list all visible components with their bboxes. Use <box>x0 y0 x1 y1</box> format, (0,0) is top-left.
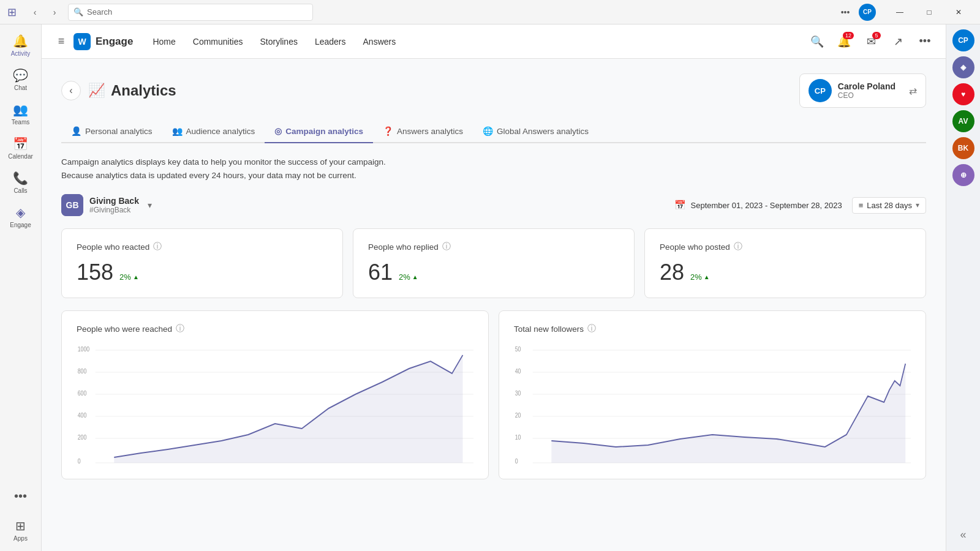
svg-text:GB: GB <box>66 200 79 210</box>
svg-text:800: 800 <box>78 368 87 375</box>
engage-logo-icon: W <box>74 33 91 50</box>
reached-chart-svg: 1000 800 600 400 200 0 <box>77 344 473 467</box>
stat-change-value-posted: 2% <box>690 272 702 282</box>
chart-followers: 50 40 30 20 10 0 <box>514 344 911 467</box>
messages-button[interactable]: ✉ 5 <box>860 31 882 53</box>
stat-arrow-posted: ▲ <box>704 274 710 280</box>
user-selector[interactable]: CP Carole Poland CEO ⇄ <box>799 73 926 108</box>
analytics-description: Campaign analytics displays key data to … <box>61 156 926 182</box>
analytics-tabs: 👤 Personal analytics 👥 Audience analytic… <box>61 120 926 143</box>
collapse-panel-button[interactable]: « <box>955 523 971 546</box>
svg-text:200: 200 <box>78 434 87 441</box>
svg-text:50: 50 <box>515 346 521 353</box>
stat-change-replied: 2% ▲ <box>399 272 418 282</box>
more-options-button[interactable]: ••• <box>914 31 936 53</box>
user-name: Carole Poland <box>838 81 895 91</box>
page-title: Analytics <box>111 82 176 99</box>
search-icon: 🔍 <box>74 7 83 17</box>
sidebar-item-calls-label: Calls <box>13 187 27 194</box>
stat-number-reacted: 158 <box>77 260 113 285</box>
period-label: Last 28 days <box>867 201 912 210</box>
sidebar-item-engage[interactable]: ◈ Engage <box>5 201 37 233</box>
campaign-dropdown-icon: ▾ <box>148 200 152 210</box>
nav-item-storylines[interactable]: Storylines <box>252 33 304 50</box>
app-logo: W Engage <box>74 33 133 50</box>
tab-campaign[interactable]: ◎ Campaign analytics <box>265 120 373 143</box>
analytics-title: 📈 Analytics <box>88 82 176 99</box>
info-icon-replied[interactable]: ⓘ <box>442 241 451 252</box>
period-dropdown-icon: ▾ <box>916 201 919 209</box>
close-button[interactable]: ✕ <box>944 0 973 24</box>
titlebar-more-button[interactable]: ••• <box>837 4 854 21</box>
campaign-selector[interactable]: GB Giving Back #GivingBack ▾ <box>61 194 152 216</box>
stat-title-reacted: People who reacted <box>77 242 149 252</box>
more-icon: ••• <box>14 489 27 503</box>
filter-icon: ≡ <box>859 201 864 210</box>
tab-audience[interactable]: 👥 Audience analytics <box>162 120 265 143</box>
tab-personal[interactable]: 👤 Personal analytics <box>61 120 162 143</box>
right-sidebar-avatar-5[interactable]: BK <box>952 137 974 159</box>
sidebar-item-teams[interactable]: 👥 Teams <box>5 98 37 130</box>
info-icon-reacted[interactable]: ⓘ <box>153 241 162 252</box>
period-selector[interactable]: ≡ Last 28 days ▾ <box>852 197 926 214</box>
sidebar-item-chat[interactable]: 💬 Chat <box>5 64 37 96</box>
nav-item-leaders[interactable]: Leaders <box>307 33 353 50</box>
minimize-button[interactable]: — <box>886 0 914 24</box>
nav-item-answers[interactable]: Answers <box>356 33 404 50</box>
swap-icon: ⇄ <box>909 85 917 97</box>
user-initials: CP <box>815 86 826 96</box>
right-sidebar-avatar-6[interactable]: ⊕ <box>952 164 974 186</box>
svg-text:400: 400 <box>78 412 87 419</box>
sidebar-item-calendar[interactable]: 📅 Calendar <box>5 132 37 164</box>
info-icon-reached[interactable]: ⓘ <box>176 323 184 334</box>
nav-forward-button[interactable]: › <box>46 4 63 21</box>
sidebar-item-calls[interactable]: 📞 Calls <box>5 167 37 198</box>
tab-answers[interactable]: ❓ Answers analytics <box>373 120 473 143</box>
right-sidebar-avatar-3[interactable]: ♥ <box>952 83 974 105</box>
title-search-bar[interactable]: 🔍 Search <box>68 4 313 21</box>
description-line1: Campaign analytics displays key data to … <box>61 156 926 169</box>
window-controls: — □ ✕ <box>886 0 973 24</box>
campaign-info: Giving Back #GivingBack <box>89 196 139 214</box>
right-sidebar-avatar-4[interactable]: AV <box>952 110 974 132</box>
sidebar-item-activity[interactable]: 🔔 Activity <box>5 29 37 61</box>
stat-change-posted: 2% ▲ <box>690 272 710 282</box>
search-button[interactable]: 🔍 <box>806 31 828 53</box>
right-sidebar-avatar-2[interactable]: ◈ <box>952 56 974 78</box>
top-nav: ≡ W Engage Home Communities Storylines L… <box>42 24 946 59</box>
chart-title-reached: People who were reached ⓘ <box>77 323 473 334</box>
stat-arrow-reacted: ▲ <box>133 274 139 280</box>
chart-card-reached: People who were reached ⓘ 1000 800 600 4… <box>61 310 489 479</box>
info-icon-posted[interactable]: ⓘ <box>734 241 742 252</box>
right-sidebar-avatar-1[interactable]: CP <box>952 29 974 51</box>
maximize-button[interactable]: □ <box>915 0 943 24</box>
app-layout: 🔔 Activity 💬 Chat 👥 Teams 📅 Calendar 📞 C… <box>0 24 980 551</box>
charts-row: People who were reached ⓘ 1000 800 600 4… <box>61 310 926 479</box>
back-button[interactable]: ‹ <box>61 81 81 100</box>
hamburger-button[interactable]: ≡ <box>51 32 71 51</box>
nav-item-communities[interactable]: Communities <box>186 33 251 50</box>
sidebar-item-apps[interactable]: ⊞ Apps <box>5 514 37 546</box>
stat-card-replied: People who replied ⓘ 61 2% ▲ <box>353 228 635 298</box>
notifications-button[interactable]: 🔔 12 <box>833 31 855 53</box>
teams-logo: ⊞ <box>7 6 17 19</box>
sidebar-item-chat-label: Chat <box>14 84 27 91</box>
share-button[interactable]: ↗ <box>887 31 909 53</box>
svg-text:0: 0 <box>515 458 518 465</box>
chat-icon: 💬 <box>13 68 28 83</box>
nav-item-home[interactable]: Home <box>145 33 183 50</box>
left-sidebar: 🔔 Activity 💬 Chat 👥 Teams 📅 Calendar 📞 C… <box>0 24 42 551</box>
campaign-controls: 📅 September 01, 2023 - September 28, 202… <box>674 197 926 214</box>
content-area: ≡ W Engage Home Communities Storylines L… <box>42 24 946 551</box>
answers-tab-icon: ❓ <box>383 126 393 136</box>
tab-global-answers[interactable]: 🌐 Global Answers analytics <box>473 120 598 143</box>
svg-text:20: 20 <box>515 412 521 419</box>
nav-back-button[interactable]: ‹ <box>26 4 43 21</box>
calls-icon: 📞 <box>13 171 28 186</box>
user-profile-avatar[interactable]: CP <box>859 4 876 21</box>
followers-chart-svg: 50 40 30 20 10 0 <box>514 344 911 467</box>
analytics-icon: 📈 <box>88 83 105 99</box>
stat-value-reacted: 158 2% ▲ <box>77 260 328 285</box>
sidebar-item-more[interactable]: ••• <box>5 480 37 512</box>
info-icon-followers[interactable]: ⓘ <box>587 323 596 334</box>
